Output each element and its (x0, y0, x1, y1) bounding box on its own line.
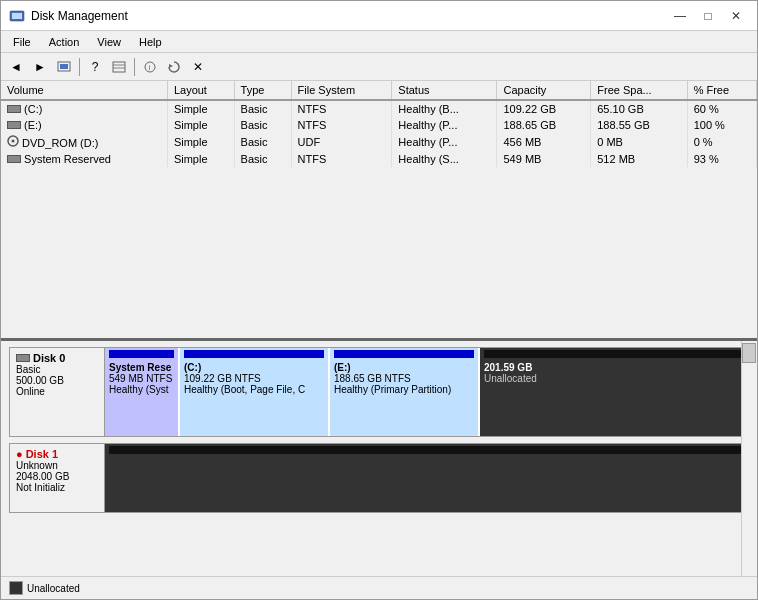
disk-icon (16, 353, 30, 363)
title-controls: — □ ✕ (667, 6, 749, 26)
drive-icon (7, 155, 21, 163)
table-row[interactable]: DVD_ROM (D:) Simple Basic UDF Healthy (P… (1, 133, 757, 151)
svg-rect-12 (8, 106, 20, 112)
main-window: Disk Management — □ ✕ File Action View H… (0, 0, 758, 600)
menu-file[interactable]: File (5, 34, 39, 50)
svg-rect-14 (8, 122, 20, 128)
maximize-button[interactable]: □ (695, 6, 721, 26)
menu-action[interactable]: Action (41, 34, 88, 50)
disk-table-section: Volume Layout Type File System Status Ca… (1, 81, 757, 341)
col-pctfree[interactable]: % Free (687, 81, 756, 100)
disk1-unallocated[interactable] (105, 444, 748, 512)
title-bar-left: Disk Management (9, 8, 128, 24)
disk1-partitions (105, 444, 748, 512)
drive-icon (7, 121, 21, 129)
menu-view[interactable]: View (89, 34, 129, 50)
col-filesystem[interactable]: File System (291, 81, 392, 100)
legend-unallocated-label: Unallocated (27, 583, 80, 594)
disk0-edrive[interactable]: (E:) 188.65 GB NTFS Healthy (Primary Par… (330, 348, 480, 436)
toolbar-up[interactable] (53, 56, 75, 78)
col-layout[interactable]: Layout (167, 81, 234, 100)
svg-rect-5 (113, 62, 125, 72)
disk0-name: Disk 0 (33, 352, 65, 364)
svg-rect-18 (8, 156, 20, 162)
title-bar: Disk Management — □ ✕ (1, 1, 757, 31)
toolbar-refresh[interactable] (163, 56, 185, 78)
toolbar-forward[interactable]: ► (29, 56, 51, 78)
disk0-type: Basic (16, 364, 98, 375)
toolbar-back[interactable]: ◄ (5, 56, 27, 78)
col-volume[interactable]: Volume (1, 81, 167, 100)
toolbar-sep1 (79, 58, 80, 76)
app-icon (9, 8, 25, 24)
disk1-name: Disk 1 (26, 448, 58, 460)
svg-text:i: i (149, 63, 151, 72)
toolbar-cancel[interactable]: ✕ (187, 56, 209, 78)
disk-view-section: Disk 0 Basic 500.00 GB Online System Res… (1, 341, 757, 576)
svg-marker-10 (169, 64, 173, 68)
col-status[interactable]: Status (392, 81, 497, 100)
minimize-button[interactable]: — (667, 6, 693, 26)
disk-table: Volume Layout Type File System Status Ca… (1, 81, 757, 167)
svg-rect-20 (17, 355, 29, 361)
close-button[interactable]: ✕ (723, 6, 749, 26)
svg-point-16 (12, 140, 15, 143)
col-freespace[interactable]: Free Spa... (591, 81, 687, 100)
cd-icon (7, 135, 19, 147)
disk1-type: Unknown (16, 460, 98, 471)
menu-bar: File Action View Help (1, 31, 757, 53)
toolbar-list[interactable] (108, 56, 130, 78)
toolbar-help[interactable]: ? (84, 56, 106, 78)
disk1-size: 2048.00 GB (16, 471, 98, 482)
disk0-unallocated[interactable]: 201.59 GB Unallocated (480, 348, 748, 436)
disk0-size: 500.00 GB (16, 375, 98, 386)
disk1-info: ● Disk 1 Unknown 2048.00 GB Not Initiali… (10, 444, 105, 512)
svg-rect-4 (60, 64, 68, 69)
main-content: Volume Layout Type File System Status Ca… (1, 81, 757, 599)
disk0-row: Disk 0 Basic 500.00 GB Online System Res… (9, 347, 749, 437)
disk1-row: ● Disk 1 Unknown 2048.00 GB Not Initiali… (9, 443, 749, 513)
col-type[interactable]: Type (234, 81, 291, 100)
legend-unallocated-box (9, 581, 23, 595)
toolbar-props[interactable]: i (139, 56, 161, 78)
disk0-sysreserved[interactable]: System Rese 549 MB NTFS Healthy (Syst (105, 348, 180, 436)
vertical-scrollbar[interactable] (741, 341, 757, 576)
disk0-partitions: System Rese 549 MB NTFS Healthy (Syst (C… (105, 348, 748, 436)
disk0-cdrive[interactable]: (C:) 109.22 GB NTFS Healthy (Boot, Page … (180, 348, 330, 436)
legend-unallocated: Unallocated (9, 581, 80, 595)
disk0-info: Disk 0 Basic 500.00 GB Online (10, 348, 105, 436)
window-title: Disk Management (31, 9, 128, 23)
menu-help[interactable]: Help (131, 34, 170, 50)
svg-rect-1 (12, 13, 22, 19)
toolbar-sep2 (134, 58, 135, 76)
svg-rect-2 (13, 19, 21, 20)
drive-icon (7, 105, 21, 113)
disk1-status: Not Initializ (16, 482, 98, 493)
table-row[interactable]: (C:) Simple Basic NTFS Healthy (B... 109… (1, 100, 757, 117)
col-capacity[interactable]: Capacity (497, 81, 591, 100)
table-row[interactable]: System Reserved Simple Basic NTFS Health… (1, 151, 757, 167)
table-row[interactable]: (E:) Simple Basic NTFS Healthy (P... 188… (1, 117, 757, 133)
disk0-status: Online (16, 386, 98, 397)
toolbar: ◄ ► ? i ✕ (1, 53, 757, 81)
legend-row: Unallocated (1, 576, 757, 599)
disk1-indicator: ● (16, 448, 23, 460)
